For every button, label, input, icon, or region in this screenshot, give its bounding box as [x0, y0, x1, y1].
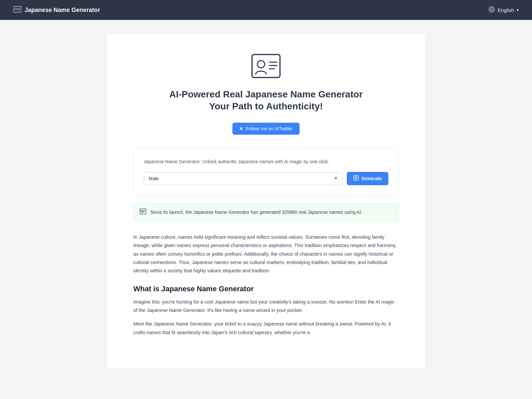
header-logo-area: Japanese Name Generator	[13, 6, 100, 14]
x-twitter-icon: ✕	[239, 126, 243, 131]
generate-button[interactable]: Generate	[347, 172, 388, 185]
section-paragraph-2: Meet the Japanese Name Generator: your t…	[133, 320, 399, 337]
chevron-down-icon: ▾	[517, 8, 519, 12]
section-heading: What is Japanese Name Generator	[133, 285, 399, 293]
app-header: Japanese Name Generator English ▾	[0, 0, 532, 20]
generator-controls: Male Female Generate	[144, 172, 388, 185]
id-card-icon	[13, 6, 21, 14]
section-paragraph-1: Imagine this: you're hunting for a cool …	[133, 298, 399, 315]
stats-text: Since its launch, the Japanese Name Gene…	[150, 209, 362, 216]
hero-icon	[251, 54, 281, 78]
content-section: In Japanese culture, names hold signific…	[133, 233, 399, 337]
globe-icon	[488, 6, 495, 14]
svg-point-23	[140, 210, 141, 211]
generator-description: Japanese Name Generator: Unlock authenti…	[144, 158, 388, 165]
follow-twitter-button[interactable]: ✕ Follow me on X/Twitter	[232, 123, 300, 135]
language-label: English	[498, 7, 514, 13]
generator-card: Japanese Name Generator: Unlock authenti…	[133, 148, 399, 196]
stats-banner: Since its launch, the Japanese Name Gene…	[133, 203, 399, 221]
hero-title: AI-Powered Real Japanese Name Generator …	[169, 88, 363, 113]
generate-button-label: Generate	[361, 176, 382, 181]
generate-icon	[353, 175, 359, 182]
svg-point-1	[15, 8, 17, 10]
hero-section: AI-Powered Real Japanese Name Generator …	[133, 54, 399, 135]
app-title: Japanese Name Generator	[25, 7, 100, 14]
intro-paragraph: In Japanese culture, names hold signific…	[133, 233, 399, 275]
stats-icon	[140, 208, 146, 216]
content-card: AI-Powered Real Japanese Name Generator …	[106, 33, 426, 369]
svg-point-11	[257, 61, 265, 68]
language-selector[interactable]: English ▾	[488, 6, 519, 14]
gender-select[interactable]: Male Female	[144, 172, 343, 185]
main-content: AI-Powered Real Japanese Name Generator …	[0, 33, 532, 369]
